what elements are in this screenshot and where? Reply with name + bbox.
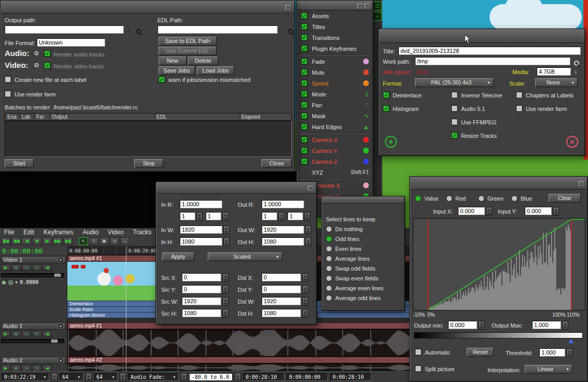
- stepper[interactable]: [304, 212, 310, 221]
- ibeam-tool-icon[interactable]: I: [89, 237, 98, 245]
- video-wrench-icon[interactable]: ⚙: [34, 62, 39, 69]
- ratio-field[interactable]: 1: [206, 212, 221, 220]
- menu-item-camera-x[interactable]: Camera X: [297, 134, 372, 145]
- fade-slider[interactable]: [1, 273, 64, 277]
- arrow-tool-icon[interactable]: ↖: [79, 237, 88, 245]
- audio-wrench-icon[interactable]: ⚙: [34, 50, 39, 57]
- resize-tracks-checkbox[interactable]: [451, 132, 458, 139]
- menu-item-pan[interactable]: Pan∴: [297, 100, 372, 110]
- browse-icon[interactable]: [574, 61, 579, 66]
- dst-x-field[interactable]: 0: [262, 273, 301, 281]
- checkbox-icon[interactable]: [301, 34, 308, 41]
- checkbox-icon[interactable]: [301, 123, 308, 130]
- titlebar[interactable]: [1, 1, 294, 13]
- play-icon[interactable]: ▶: [42, 237, 52, 245]
- histogram-row[interactable]: Histogram: [383, 105, 419, 112]
- src-h-field[interactable]: 1080: [182, 309, 221, 317]
- menu-item-mask[interactable]: Mask∿: [297, 110, 372, 121]
- slider-handle[interactable]: [51, 339, 58, 343]
- stepper[interactable]: [478, 321, 484, 330]
- option-swap-even[interactable]: Swap even fields: [326, 275, 378, 281]
- down-arrow-icon[interactable]: ↓: [574, 68, 577, 75]
- keyframe-tool-icon[interactable]: ◆: [99, 237, 109, 245]
- radio-icon[interactable]: [326, 285, 332, 291]
- track-header-video1[interactable]: Video 1 ▾: [1, 256, 66, 263]
- channel-blue[interactable]: Blue: [511, 195, 532, 202]
- fit-tool-icon[interactable]: ↔: [120, 237, 130, 245]
- use-render-farm-checkbox[interactable]: [5, 91, 11, 97]
- menu-item-mode[interactable]: ModeΣ: [297, 89, 372, 100]
- menu-tracks[interactable]: Tracks: [133, 229, 152, 236]
- edl-path-input[interactable]: [157, 25, 278, 34]
- ffmpeg-checkbox[interactable]: [451, 119, 458, 125]
- menu-item-fade[interactable]: Fade: [297, 56, 372, 67]
- stepper[interactable]: [222, 212, 228, 221]
- inverse-telecine-row[interactable]: Inverse Telecine: [451, 92, 502, 98]
- option-average-even[interactable]: Average even lines: [326, 285, 383, 291]
- ffmpeg-row[interactable]: Use FFMPEG: [451, 119, 496, 125]
- radio-icon[interactable]: [326, 226, 332, 232]
- stop-button[interactable]: Stop: [134, 159, 163, 168]
- deinterlace-row[interactable]: Deinterlace: [383, 92, 422, 98]
- render-farm-checkbox[interactable]: [516, 105, 523, 112]
- ratio-field[interactable]: 1: [288, 212, 303, 220]
- checkbox-icon[interactable]: [301, 12, 308, 19]
- fade-range-field[interactable]: -80.0 to 6.0: [189, 373, 233, 381]
- checkbox-icon[interactable]: [301, 45, 308, 52]
- src-x-field[interactable]: 0: [182, 273, 221, 281]
- stepper[interactable]: [222, 309, 228, 318]
- stepper[interactable]: [302, 273, 308, 282]
- ratio-field[interactable]: 1: [262, 212, 277, 220]
- menu-video[interactable]: Video: [108, 229, 123, 236]
- play-toggle[interactable]: ▶: [1, 331, 10, 337]
- expand-icon[interactable]: ▾: [58, 357, 64, 363]
- window-menu-button[interactable]: [579, 181, 584, 186]
- radio-icon[interactable]: [326, 236, 332, 242]
- titlebar[interactable]: [410, 177, 587, 190]
- stepper[interactable]: [85, 373, 92, 381]
- file-format-input[interactable]: Unknown: [37, 38, 105, 47]
- menu-audio[interactable]: Audio: [82, 229, 98, 236]
- magnifier-icon[interactable]: ⌕: [373, 12, 382, 21]
- magnet-tool-icon[interactable]: ∪: [110, 237, 119, 245]
- radio-icon[interactable]: [511, 195, 518, 202]
- menu-item-titles[interactable]: Titles: [297, 21, 372, 32]
- down-arrow-icon[interactable]: ↓: [107, 39, 110, 46]
- menu-item-mute[interactable]: Mute: [297, 67, 372, 78]
- selection-end-field[interactable]: 0:00:00:00: [286, 373, 328, 381]
- stepper[interactable]: [566, 348, 572, 357]
- window-menu-button[interactable]: [357, 3, 362, 8]
- down-arrow-icon[interactable]: ↓: [127, 26, 130, 33]
- warn-mismatch-checkbox[interactable]: [159, 76, 165, 83]
- stepper[interactable]: [223, 237, 230, 246]
- arm-toggle[interactable]: ●: [11, 331, 21, 337]
- expand-toggle[interactable]: ◀: [42, 331, 52, 337]
- stepper[interactable]: [181, 373, 187, 381]
- menu-item-xyz[interactable]: XYZShift-F1: [297, 167, 372, 178]
- channel-red[interactable]: Red: [446, 195, 466, 202]
- gang-toggle[interactable]: ≡: [22, 264, 31, 271]
- track-header-audio1[interactable]: Audio 1 ▾: [1, 322, 66, 330]
- media-field[interactable]: 4.7GB: [537, 67, 571, 76]
- checkbox-icon[interactable]: [301, 147, 308, 154]
- reverse-play-icon[interactable]: ◀: [22, 237, 31, 245]
- automatic-checkbox[interactable]: [415, 349, 422, 356]
- audio51-checkbox[interactable]: [451, 105, 458, 112]
- meter-icon[interactable]: ▤: [8, 279, 13, 285]
- stepper[interactable]: [51, 373, 58, 381]
- radio-icon[interactable]: [415, 195, 421, 202]
- draw-toggle[interactable]: ∿: [32, 264, 41, 271]
- expand-toggle[interactable]: ◀: [42, 264, 52, 271]
- render-farm-row[interactable]: Use render farm: [516, 105, 567, 112]
- histogram-checkbox[interactable]: [383, 105, 390, 112]
- ratio-field[interactable]: 1: [180, 212, 195, 220]
- titlebar[interactable]: [379, 30, 584, 43]
- stepper[interactable]: [222, 273, 228, 282]
- stepper[interactable]: [486, 207, 492, 216]
- goto-end-icon[interactable]: ▶▮: [63, 237, 73, 245]
- interpolation-dropdown[interactable]: Linear▼: [525, 365, 572, 374]
- dst-y-field[interactable]: 0: [262, 285, 301, 293]
- cancel-button[interactable]: ×: [566, 136, 578, 148]
- create-new-file-row[interactable]: Create new file at each label: [5, 76, 87, 83]
- checkbox-icon[interactable]: [301, 69, 308, 76]
